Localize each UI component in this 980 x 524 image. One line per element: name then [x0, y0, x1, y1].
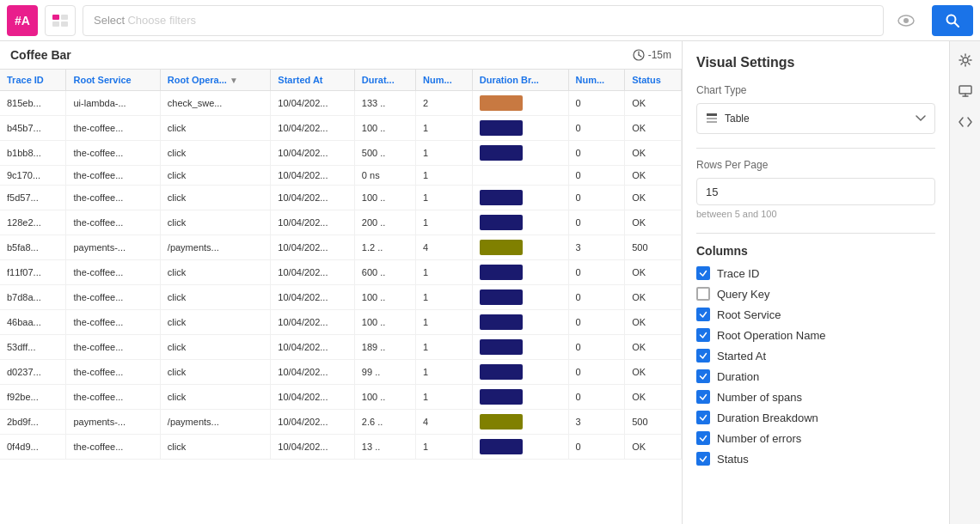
cell-duration: 600 .. — [354, 260, 415, 285]
table-header-row: Trace ID Root Service Root Opera... ▼ St… — [0, 70, 682, 91]
settings-panel: Visual Settings Chart Type Table Row — [683, 41, 949, 524]
col-header-status[interactable]: Status — [625, 70, 682, 91]
cell-started-at: 10/04/202... — [271, 91, 354, 116]
column-item[interactable]: Number of spans — [696, 390, 935, 404]
column-checkbox[interactable] — [696, 349, 710, 363]
column-checkbox[interactable] — [696, 328, 710, 342]
col-header-duration-br[interactable]: Duration Br... — [472, 70, 568, 91]
table-row[interactable]: f5d57... the-coffee... click 10/04/202..… — [0, 186, 682, 210]
table-row[interactable]: b1bb8... the-coffee... click 10/04/202..… — [0, 141, 682, 166]
cell-duration: 100 .. — [354, 385, 415, 410]
cell-status: OK — [625, 116, 682, 141]
table-row[interactable]: d0237... the-coffee... click 10/04/202..… — [0, 360, 682, 385]
table-row[interactable]: 2bd9f... payments-... /payments... 10/04… — [0, 410, 682, 435]
filter-bar[interactable]: Select Choose filters — [83, 5, 884, 36]
cell-status: OK — [625, 210, 682, 235]
column-checkbox[interactable] — [696, 390, 710, 404]
column-item[interactable]: Trace ID — [696, 266, 935, 280]
column-item[interactable]: Number of errors — [696, 431, 935, 445]
table-row[interactable]: b7d8a... the-coffee... click 10/04/202..… — [0, 285, 682, 310]
check-icon — [699, 372, 707, 381]
rows-per-page-input[interactable] — [696, 178, 935, 205]
column-item[interactable]: Root Operation Name — [696, 328, 935, 342]
cell-num-errors: 0 — [568, 360, 625, 385]
cell-started-at: 10/04/202... — [271, 410, 354, 435]
toggle-icon-button[interactable] — [45, 5, 76, 36]
table-chart-icon — [706, 113, 718, 125]
cell-started-at: 10/04/202... — [271, 186, 354, 210]
code-icon-button[interactable] — [953, 110, 977, 134]
column-item[interactable]: Query Key — [696, 287, 935, 301]
col-header-num-spans[interactable]: Num... — [416, 70, 473, 91]
chart-type-label: Chart Type — [696, 84, 935, 96]
table-row[interactable]: 815eb... ui-lambda-... check_swe... 10/0… — [0, 91, 682, 116]
cell-num-spans: 1 — [416, 310, 473, 335]
col-header-root-operation[interactable]: Root Opera... ▼ — [160, 70, 271, 91]
cell-root-service: payments-... — [66, 410, 160, 435]
column-checkbox[interactable] — [696, 266, 710, 280]
table-row[interactable]: 46baa... the-coffee... click 10/04/202..… — [0, 310, 682, 335]
time-badge: -15m — [633, 49, 671, 61]
cell-root-operation: click — [160, 285, 271, 310]
cell-started-at: 10/04/202... — [271, 385, 354, 410]
table-row[interactable]: 9c170... the-coffee... click 10/04/202..… — [0, 166, 682, 186]
column-label: Trace ID — [717, 267, 759, 280]
column-item[interactable]: Duration Breakdown — [696, 411, 935, 424]
column-item[interactable]: Status — [696, 452, 935, 466]
check-icon — [699, 413, 707, 422]
time-badge-value: -15m — [648, 49, 671, 61]
columns-list: Trace ID Query Key Root Service Root Ope… — [696, 266, 935, 466]
table-row[interactable]: 128e2... the-coffee... click 10/04/202..… — [0, 210, 682, 235]
table-row[interactable]: f11f07... the-coffee... click 10/04/202.… — [0, 260, 682, 285]
eye-icon[interactable] — [891, 5, 922, 36]
check-icon — [699, 310, 707, 319]
column-checkbox[interactable] — [696, 287, 710, 301]
code-icon — [959, 117, 972, 127]
column-item[interactable]: Duration — [696, 369, 935, 383]
cell-trace-id: f5d57... — [0, 186, 66, 210]
filter-placeholder: Choose filters — [127, 14, 195, 27]
cell-started-at: 10/04/202... — [271, 285, 354, 310]
cell-duration: 500 .. — [354, 141, 415, 166]
hash-button[interactable]: #A — [7, 5, 38, 36]
duration-bar — [480, 190, 523, 205]
cell-trace-id: b1bb8... — [0, 141, 66, 166]
col-header-trace-id[interactable]: Trace ID — [0, 70, 66, 91]
cell-started-at: 10/04/202... — [271, 166, 354, 186]
column-checkbox[interactable] — [696, 369, 710, 383]
cell-num-errors: 0 — [568, 186, 625, 210]
column-checkbox[interactable] — [696, 431, 710, 445]
column-item[interactable]: Root Service — [696, 308, 935, 321]
cell-duration: 100 .. — [354, 186, 415, 210]
cell-root-operation: click — [160, 210, 271, 235]
column-label: Query Key — [717, 288, 769, 301]
cell-num-spans: 2 — [416, 91, 473, 116]
chart-type-select[interactable]: Table — [696, 103, 935, 134]
cell-num-spans: 1 — [416, 260, 473, 285]
cell-duration-bar — [472, 235, 568, 260]
table-row[interactable]: 0f4d9... the-coffee... click 10/04/202..… — [0, 435, 682, 460]
search-button[interactable] — [932, 5, 973, 36]
cell-num-errors: 0 — [568, 385, 625, 410]
col-header-duration[interactable]: Durat... — [354, 70, 415, 91]
table-row[interactable]: b45b7... the-coffee... click 10/04/202..… — [0, 116, 682, 141]
column-item[interactable]: Started At — [696, 349, 935, 363]
cell-root-operation: click — [160, 116, 271, 141]
table-row[interactable]: b5fa8... payments-... /payments... 10/04… — [0, 235, 682, 260]
cell-num-spans: 4 — [416, 235, 473, 260]
col-header-started-at[interactable]: Started At — [271, 70, 354, 91]
table-row[interactable]: 53dff... the-coffee... click 10/04/202..… — [0, 335, 682, 360]
column-checkbox[interactable] — [696, 308, 710, 321]
filter-select-label: Select — [94, 14, 125, 27]
cell-root-service: the-coffee... — [66, 385, 160, 410]
gear-icon-button[interactable] — [953, 48, 977, 72]
column-label: Duration — [717, 370, 759, 383]
col-header-root-service[interactable]: Root Service — [66, 70, 160, 91]
table-row[interactable]: f92be... the-coffee... click 10/04/202..… — [0, 385, 682, 410]
monitor-icon-button[interactable] — [953, 79, 977, 103]
column-checkbox[interactable] — [696, 411, 710, 424]
cell-status: OK — [625, 186, 682, 210]
column-checkbox[interactable] — [696, 452, 710, 466]
cell-root-operation: click — [160, 166, 271, 186]
col-header-num-errors[interactable]: Num... — [568, 70, 625, 91]
